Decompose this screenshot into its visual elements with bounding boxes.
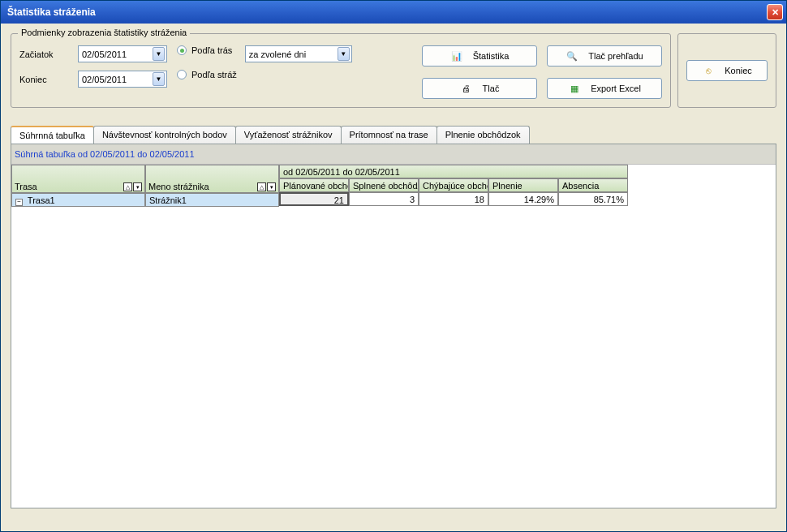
radio-by-routes-label: Podľa trás xyxy=(191,45,232,55)
col-header-absence[interactable]: Absencia xyxy=(558,178,628,192)
print-overview-button[interactable]: 🔍 Tlač prehľadu xyxy=(547,45,662,66)
tab-presence[interactable]: Prítomnosť na trase xyxy=(341,126,437,144)
exit-button-label: Koniec xyxy=(725,66,752,75)
tab-content: Súhrná tabuľka od 02/05/2011 do 02/05/20… xyxy=(11,144,776,508)
close-icon: ✕ xyxy=(772,7,779,18)
col-header-missing[interactable]: Chýbajúce obchô xyxy=(419,178,488,192)
window-title: Štatistika stráženia xyxy=(7,6,96,18)
end-label: Koniec xyxy=(19,75,68,84)
button-col-1: 📊 Štatistika 🖨 Tlač xyxy=(422,45,537,99)
excel-icon: ▦ xyxy=(568,82,581,95)
date-column: Začiatok 02/05/2011 ▼ Koniec 02/05/2011 … xyxy=(19,45,167,88)
row-route-cell[interactable]: − Trasa1 xyxy=(11,193,145,207)
sort-asc-icon[interactable]: △ xyxy=(123,182,132,191)
cell-planned[interactable]: 21 xyxy=(279,192,349,206)
statistics-button-label: Štatistika xyxy=(473,51,510,61)
statistics-icon: 📊 xyxy=(450,49,463,62)
row-guard-value: Strážnik1 xyxy=(149,195,187,205)
tabs-row: Súhrnná tabuľka Návštevnosť kontrolných … xyxy=(11,126,776,144)
export-excel-button-label: Export Excel xyxy=(591,84,641,93)
grid-right: od 02/05/2011 do 02/05/2011 Plánované ob… xyxy=(279,165,628,207)
cell-absence[interactable]: 85.71% xyxy=(558,192,628,206)
exit-panel: ⎋ Koniec xyxy=(677,33,776,108)
row-route-value: Trasa1 xyxy=(28,195,55,205)
col-header-guard-label: Meno strážnika xyxy=(148,182,209,191)
chevron-down-icon: ▼ xyxy=(153,47,165,61)
statistics-button[interactable]: 📊 Štatistika xyxy=(422,45,537,66)
titlebar: Štatistika stráženia ✕ xyxy=(1,1,786,24)
period-group-header: od 02/05/2011 do 02/05/2011 xyxy=(279,165,628,178)
tab-visits[interactable]: Návštevnosť kontrolných bodov xyxy=(93,126,236,144)
export-excel-button[interactable]: ▦ Export Excel xyxy=(547,78,662,99)
range-select-value: za zvolené dni xyxy=(249,49,306,59)
print-overview-button-label: Tlač prehľadu xyxy=(588,51,643,61)
button-col-2: 🔍 Tlač prehľadu ▦ Export Excel xyxy=(547,45,662,99)
print-button-label: Tlač xyxy=(483,84,500,93)
tab-summary[interactable]: Súhrnná tabuľka xyxy=(11,126,94,144)
start-date-value: 02/05/2011 xyxy=(82,49,127,59)
radio-unselected-icon xyxy=(177,70,187,79)
tab-utilization[interactable]: Vyťaženosť strážnikov xyxy=(235,126,342,144)
range-select[interactable]: za zvolené dni ▼ xyxy=(245,45,352,62)
end-date-value: 02/05/2011 xyxy=(82,75,127,84)
col-header-route-label: Trasa xyxy=(15,182,37,191)
col-header-done[interactable]: Splnené obchôdz xyxy=(349,178,419,192)
exit-icon: ⎋ xyxy=(702,64,715,77)
exit-button[interactable]: ⎋ Koniec xyxy=(686,60,768,81)
collapse-icon[interactable]: − xyxy=(15,199,23,206)
preview-icon: 🔍 xyxy=(566,49,578,62)
close-button[interactable]: ✕ xyxy=(767,4,783,20)
cell-missing[interactable]: 18 xyxy=(419,192,488,206)
start-date-field[interactable]: 02/05/2011 ▼ xyxy=(78,45,167,62)
col-header-fulfilment[interactable]: Plnenie xyxy=(488,178,558,192)
start-label: Začiatok xyxy=(19,49,68,59)
cell-fulfilment[interactable]: 14.29% xyxy=(488,192,558,206)
printer-icon: 🖨 xyxy=(460,82,473,95)
radio-by-guards[interactable]: Podľa stráž xyxy=(177,70,237,79)
top-row: Podmienky zobrazenia štatistiky stráženi… xyxy=(11,33,776,108)
radio-by-guards-label: Podľa stráž xyxy=(191,70,237,79)
tab-fulfilment[interactable]: Plnenie obchôdzok xyxy=(437,126,530,144)
summary-caption: Súhrná tabuľka od 02/05/2011 do 02/05/20… xyxy=(11,144,776,165)
filter-icon[interactable]: ▾ xyxy=(267,182,276,191)
col-header-route[interactable]: Trasa △ ▾ xyxy=(11,165,145,193)
radio-selected-icon xyxy=(177,45,187,55)
grid-left: Trasa △ ▾ Meno strážnika △ ▾ xyxy=(11,165,279,207)
col-header-planned[interactable]: Plánované obchô xyxy=(279,178,349,192)
sort-asc-icon[interactable]: △ xyxy=(257,182,266,191)
end-date-field[interactable]: 02/05/2011 ▼ xyxy=(78,71,167,88)
row-guard-cell[interactable]: Strážnik1 xyxy=(145,193,279,207)
radio-by-routes[interactable]: Podľa trás xyxy=(177,45,237,55)
cell-done[interactable]: 3 xyxy=(349,192,419,206)
radio-column: Podľa trás Podľa stráž za zvolené dni ▼ xyxy=(177,45,352,79)
grid: Trasa △ ▾ Meno strážnika △ ▾ xyxy=(11,165,776,207)
chevron-down-icon: ▼ xyxy=(338,47,350,61)
chevron-down-icon: ▼ xyxy=(153,72,165,86)
app-window: Štatistika stráženia ✕ Podmienky zobraze… xyxy=(0,0,787,532)
print-button[interactable]: 🖨 Tlač xyxy=(422,78,537,99)
col-header-guard[interactable]: Meno strážnika △ ▾ xyxy=(145,165,279,193)
filter-legend: Podmienky zobrazenia štatistiky stráženi… xyxy=(18,28,190,37)
content-area: Podmienky zobrazenia štatistiky stráženi… xyxy=(1,24,786,518)
filter-icon[interactable]: ▾ xyxy=(133,182,142,191)
filter-fieldset: Podmienky zobrazenia štatistiky stráženi… xyxy=(11,33,671,108)
